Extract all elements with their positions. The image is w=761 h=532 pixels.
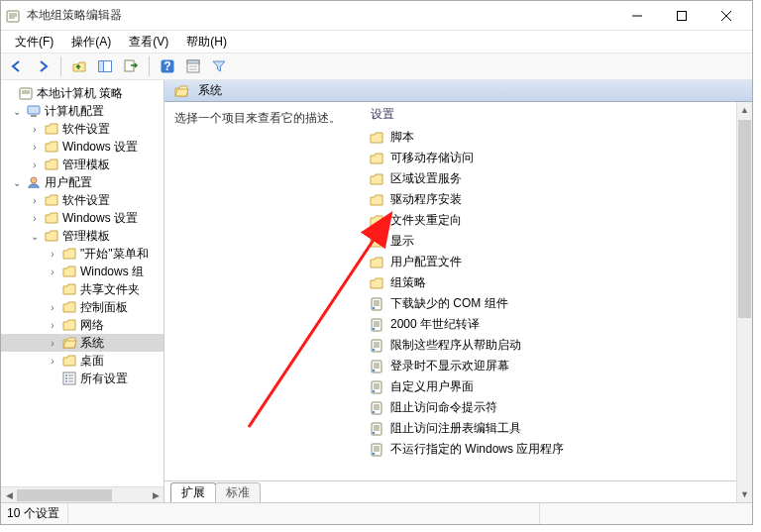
expander-closed-icon[interactable]: ›	[29, 195, 41, 206]
menu-view[interactable]: 查看(V)	[121, 32, 176, 53]
close-button[interactable]	[704, 2, 748, 30]
expander-closed-icon[interactable]: ›	[47, 320, 58, 331]
folder-icon	[44, 228, 59, 244]
expander-closed-icon[interactable]: ›	[47, 356, 58, 367]
tree-start-menu[interactable]: › "开始"菜单和	[1, 245, 163, 263]
folder-icon	[61, 353, 77, 369]
tree-label: 管理模板	[62, 157, 110, 173]
list-item-policy[interactable]: 下载缺少的 COM 组件	[363, 293, 752, 314]
list-item-policy[interactable]: 自定义用户界面	[363, 376, 752, 397]
scroll-right-icon[interactable]: ▶	[148, 490, 163, 500]
list-item-label: 阻止访问命令提示符	[390, 399, 497, 416]
list-item-folder[interactable]: 组策略	[363, 272, 752, 293]
menu-help[interactable]: 帮助(H)	[178, 32, 235, 53]
scroll-thumb[interactable]	[17, 489, 112, 501]
tree-label: 软件设置	[62, 121, 110, 138]
list-item-policy[interactable]: 不运行指定的 Windows 应用程序	[363, 439, 752, 460]
description-prompt: 选择一个项目来查看它的描述。	[174, 111, 341, 125]
scroll-thumb[interactable]	[738, 120, 751, 318]
list-item-folder[interactable]: 区域设置服务	[363, 168, 752, 189]
tree-pane: 本地计算机 策略 ⌄ 计算机配置 › 软件设置 › Windows 设置	[1, 80, 164, 502]
tab-extended[interactable]: 扩展	[170, 482, 216, 502]
settings-column-header[interactable]: 设置	[363, 102, 752, 127]
menu-action[interactable]: 操作(A)	[63, 32, 119, 53]
folder-icon	[369, 234, 384, 250]
svg-point-39	[373, 327, 376, 330]
tree-all-settings[interactable]: 所有设置	[1, 370, 163, 387]
scroll-up-icon[interactable]: ▲	[737, 102, 752, 118]
folder-icon	[369, 171, 384, 187]
tree-horizontal-scrollbar[interactable]: ◀ ▶	[1, 486, 163, 502]
expander-closed-icon[interactable]: ›	[47, 302, 58, 313]
expander-closed-icon[interactable]: ›	[29, 213, 41, 224]
back-button[interactable]	[5, 54, 29, 78]
expander-closed-icon[interactable]: ›	[29, 124, 41, 135]
tree-desktop[interactable]: › 桌面	[1, 352, 163, 370]
list-item-label: 阻止访问注册表编辑工具	[390, 420, 521, 437]
expander-open-icon[interactable]: ⌄	[11, 177, 23, 188]
tree-shared-folders[interactable]: 共享文件夹	[1, 280, 163, 298]
scroll-left-icon[interactable]: ◀	[1, 490, 17, 500]
list-item-policy[interactable]: 阻止访问命令提示符	[363, 397, 752, 418]
tab-standard[interactable]: 标准	[215, 482, 261, 502]
tree-control-panel[interactable]: › 控制面板	[1, 298, 163, 316]
maximize-button[interactable]	[659, 2, 704, 30]
tree-label: "开始"菜单和	[80, 246, 149, 263]
list-item-label: 组策略	[390, 274, 426, 291]
menu-file[interactable]: 文件(F)	[7, 32, 61, 53]
list-item-policy[interactable]: 限制这些程序从帮助启动	[363, 335, 752, 356]
tree-label: 计算机配置	[45, 103, 104, 120]
scroll-down-icon[interactable]: ▼	[737, 486, 752, 502]
list-item-folder[interactable]: 文件夹重定向	[363, 210, 752, 231]
tree-uc-windows[interactable]: › Windows 设置	[1, 209, 163, 227]
console-tree[interactable]: 本地计算机 策略 ⌄ 计算机配置 › 软件设置 › Windows 设置	[1, 80, 163, 486]
details-tabs: 扩展 标准	[164, 480, 752, 502]
filter-button[interactable]	[207, 54, 231, 78]
tree-label: 共享文件夹	[80, 281, 140, 298]
tree-root[interactable]: 本地计算机 策略	[1, 84, 163, 102]
tree-uc-templates[interactable]: ⌄ 管理模板	[1, 227, 163, 245]
expander-closed-icon[interactable]: ›	[47, 338, 58, 349]
policy-setting-icon	[369, 338, 384, 354]
list-item-folder[interactable]: 驱动程序安装	[363, 189, 752, 210]
scroll-track[interactable]	[17, 488, 148, 502]
list-item-label: 2000 年世纪转译	[390, 316, 480, 333]
tree-system[interactable]: › 系统	[1, 334, 163, 352]
expander-closed-icon[interactable]: ›	[47, 266, 58, 277]
list-item-folder[interactable]: 用户配置文件	[363, 252, 752, 272]
tree-computer-config[interactable]: ⌄ 计算机配置	[1, 102, 163, 120]
help-button[interactable]: ?	[156, 54, 179, 78]
settings-list[interactable]: 设置 脚本可移动存储访问区域设置服务驱动程序安装文件夹重定向显示用户配置文件组策…	[363, 102, 752, 480]
list-item-folder[interactable]: 可移动存储访问	[363, 148, 752, 168]
svg-rect-21	[31, 115, 37, 117]
list-item-folder[interactable]: 显示	[363, 231, 752, 252]
tree-user-config[interactable]: ⌄ 用户配置	[1, 173, 163, 191]
tree-uc-software[interactable]: › 软件设置	[1, 191, 163, 209]
window-title: 本地组策略编辑器	[27, 7, 614, 24]
expander-closed-icon[interactable]: ›	[47, 249, 58, 260]
expander-open-icon[interactable]: ⌄	[11, 106, 23, 117]
expander-closed-icon[interactable]: ›	[29, 160, 41, 170]
tree-cc-windows[interactable]: › Windows 设置	[1, 138, 163, 156]
list-item-policy[interactable]: 阻止访问注册表编辑工具	[363, 418, 752, 439]
list-item-label: 文件夹重定向	[390, 212, 462, 229]
minimize-button[interactable]	[614, 2, 659, 30]
expander-open-icon[interactable]: ⌄	[29, 231, 41, 242]
export-list-button[interactable]	[119, 54, 143, 78]
expander-closed-icon[interactable]: ›	[29, 142, 41, 153]
up-level-button[interactable]	[67, 54, 91, 78]
svg-point-59	[373, 410, 376, 413]
tree-cc-software[interactable]: › 软件设置	[1, 120, 163, 138]
folder-icon	[61, 246, 77, 262]
forward-button[interactable]	[31, 54, 54, 78]
list-item-folder[interactable]: 脚本	[363, 127, 752, 148]
properties-button[interactable]	[181, 54, 205, 78]
show-hide-tree-button[interactable]	[93, 54, 117, 78]
tree-cc-templates[interactable]: › 管理模板	[1, 156, 163, 173]
list-item-label: 用户配置文件	[390, 254, 462, 270]
list-item-policy[interactable]: 登录时不显示欢迎屏幕	[363, 356, 752, 376]
list-item-policy[interactable]: 2000 年世纪转译	[363, 314, 752, 335]
tree-network[interactable]: › 网络	[1, 316, 163, 334]
list-vertical-scrollbar[interactable]: ▲ ▼	[736, 102, 752, 502]
tree-windows-components[interactable]: › Windows 组	[1, 263, 163, 280]
